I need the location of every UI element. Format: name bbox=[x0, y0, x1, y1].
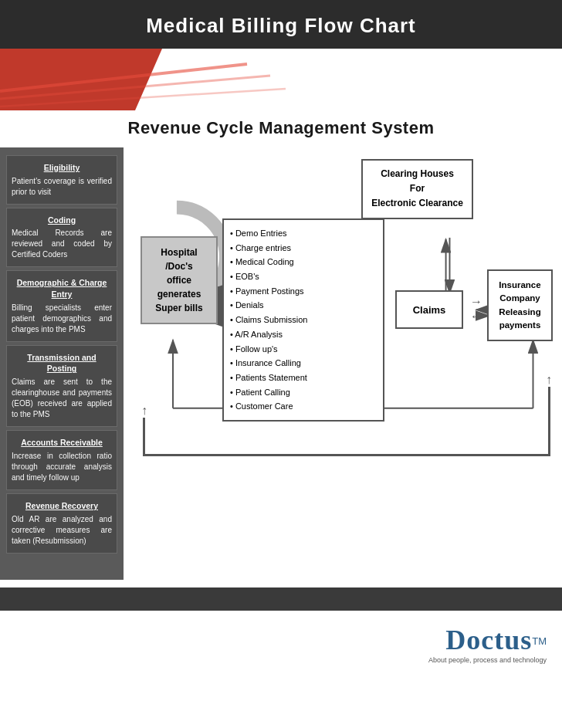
service-item-2: • Charge entries bbox=[230, 241, 375, 256]
sidebar-item-accounts-text: Increase in collection ratio through acc… bbox=[12, 451, 112, 483]
sidebar-item-accounts-title: Accounts Receivable bbox=[12, 437, 112, 449]
sidebar-item-revenue-title: Revenue Recovery bbox=[12, 500, 112, 512]
claims-label: Claims bbox=[413, 304, 446, 316]
service-item-13: • Customer Care bbox=[230, 399, 375, 414]
sidebar-item-transmission: Transmission and Posting Claims are sent… bbox=[6, 345, 117, 427]
flow-area: Clearing HousesForElectronic Clearance H… bbox=[124, 147, 562, 580]
services-box: • Demo Entries • Charge entries • Medica… bbox=[222, 218, 384, 422]
sidebar-item-accounts: Accounts Receivable Increase in collecti… bbox=[6, 430, 117, 490]
sidebar-item-coding-title: Coding bbox=[12, 215, 112, 226]
logo-area: DoctusTM About people, process and techn… bbox=[0, 611, 562, 676]
swoosh-decoration bbox=[0, 49, 562, 110]
service-item-6: • Denials bbox=[230, 298, 375, 313]
clearing-houses-title: Clearing HousesForElectronic Clearance bbox=[371, 168, 463, 208]
right-vertical-connector bbox=[548, 387, 550, 456]
swoosh-svg bbox=[0, 49, 562, 110]
service-item-10: • Insurance Calling bbox=[230, 356, 375, 371]
hospital-text: Hospital/Doc'sofficegeneratesSuper bills bbox=[155, 247, 202, 313]
doctus-tm-text: TM bbox=[532, 635, 547, 647]
page-header: Medical Billing Flow Chart bbox=[0, 0, 562, 49]
sidebar-item-demographic-title: Demographic & Charge Entry bbox=[12, 277, 112, 300]
service-item-11: • Patients Statement bbox=[230, 371, 375, 385]
sidebar-item-coding: Coding Medical Records are reviewed and … bbox=[6, 208, 117, 268]
sidebar: Eligibility Patient's coverage is verifi… bbox=[0, 147, 124, 580]
sidebar-item-demographic: Demographic & Charge Entry Billing speci… bbox=[6, 270, 117, 341]
sidebar-item-transmission-title: Transmission and Posting bbox=[12, 352, 112, 374]
page-title: Medical Billing Flow Chart bbox=[146, 14, 416, 37]
hospital-box: Hospital/Doc'sofficegeneratesSuper bills bbox=[140, 236, 218, 324]
service-item-8: • A/R Analysis bbox=[230, 327, 375, 342]
service-item-9: • Follow up's bbox=[230, 342, 375, 357]
bottom-bar bbox=[0, 587, 562, 611]
insurance-box: InsuranceCompanyReleasingpayments bbox=[487, 269, 553, 341]
doctus-tagline-text: About people, process and technology bbox=[428, 656, 547, 664]
insurance-text: InsuranceCompanyReleasingpayments bbox=[499, 280, 540, 330]
sidebar-item-revenue-text: Old AR are analyzed and corrective measu… bbox=[12, 514, 112, 547]
subtitle-area: Revenue Cycle Management System bbox=[0, 110, 562, 147]
service-item-5: • Payment Postings bbox=[230, 284, 375, 299]
service-item-3: • Medical Coding bbox=[230, 255, 375, 269]
flow-chart: Clearing HousesForElectronic Clearance H… bbox=[131, 155, 554, 479]
doctus-logo: DoctusTM About people, process and techn… bbox=[428, 626, 547, 664]
sidebar-item-eligibility-text: Patient's coverage is verified prior to … bbox=[12, 176, 112, 198]
clearing-houses-box: Clearing HousesForElectronic Clearance bbox=[361, 159, 473, 219]
sidebar-item-eligibility-title: Eligibility bbox=[12, 162, 112, 174]
subtitle-text: Revenue Cycle Management System bbox=[128, 118, 435, 137]
service-item-7: • Claims Submission bbox=[230, 313, 375, 327]
doctus-name-wrapper: DoctusTM bbox=[428, 626, 547, 654]
sidebar-item-demographic-text: Billing specialists enter patient demogr… bbox=[12, 303, 112, 335]
main-content: Eligibility Patient's coverage is verifi… bbox=[0, 147, 562, 580]
service-item-4: • EOB's bbox=[230, 269, 375, 284]
service-item-12: • Patient Calling bbox=[230, 385, 375, 400]
left-vertical-connector bbox=[143, 418, 145, 456]
right-arrow-up: ↑ bbox=[546, 373, 552, 387]
sidebar-item-eligibility: Eligibility Patient's coverage is verifi… bbox=[6, 155, 117, 205]
service-item-1: • Demo Entries bbox=[230, 226, 375, 241]
sidebar-item-transmission-text: Claims are sent to the clearinghouse and… bbox=[12, 377, 112, 420]
sidebar-item-coding-text: Medical Records are reviewed and coded b… bbox=[12, 228, 112, 260]
left-arrow-up: ↑ bbox=[141, 404, 147, 418]
claims-box: Claims bbox=[395, 290, 463, 329]
doctus-name-text: Doctus bbox=[445, 625, 532, 655]
claims-arrow: → ← bbox=[465, 300, 488, 317]
sidebar-item-revenue: Revenue Recovery Old AR are analyzed and… bbox=[6, 493, 117, 554]
services-list: • Demo Entries • Charge entries • Medica… bbox=[230, 226, 375, 414]
bottom-connector bbox=[143, 454, 550, 456]
